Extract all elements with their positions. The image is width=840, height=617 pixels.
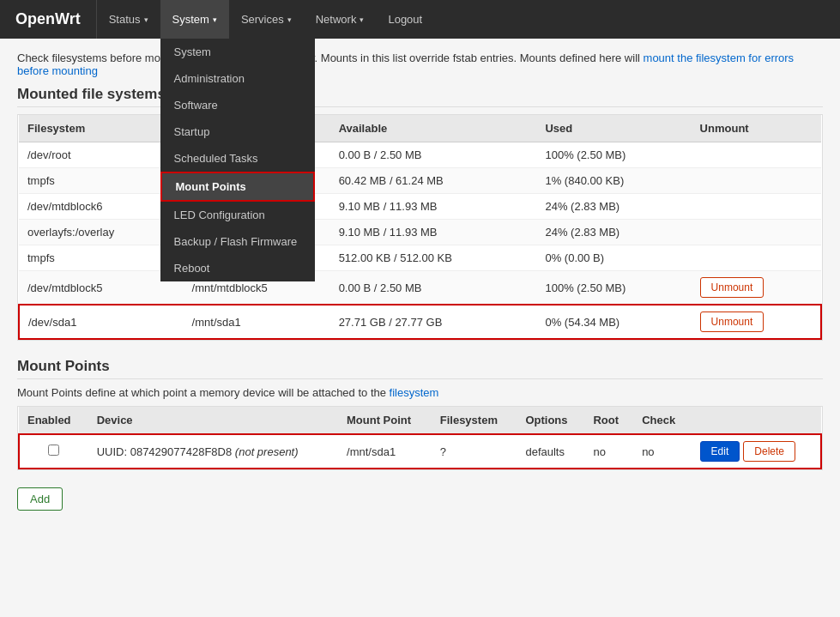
fs-cell-used: 24% (2.83 MB)	[536, 220, 691, 245]
delete-button[interactable]: Delete	[743, 441, 795, 462]
col-used: Used	[536, 115, 691, 142]
services-menu[interactable]: Services ▾	[229, 0, 304, 39]
fs-cell-used: 1% (840.00 KB)	[536, 168, 691, 194]
system-arrow-icon: ▾	[213, 15, 217, 24]
fs-cell-unmount: Unmount	[692, 271, 821, 305]
dropdown-reboot[interactable]: Reboot	[160, 255, 315, 281]
mp-cell-device: UUID: 087429077428F8D8 (not present)	[88, 434, 338, 469]
col-options: Options	[517, 407, 584, 434]
col-unmount: Unmount	[692, 115, 821, 142]
edit-button[interactable]: Edit	[700, 441, 740, 462]
nav-item-network[interactable]: Network ▾	[304, 0, 377, 39]
dropdown-startup[interactable]: Startup	[160, 118, 315, 145]
mp-cell-filesystem: ?	[432, 434, 517, 469]
fs-cell-unmount	[692, 142, 821, 168]
fs-cell-filesystem: tmpfs	[19, 245, 184, 271]
dropdown-led-configuration[interactable]: LED Configuration	[160, 202, 315, 228]
col-root: Root	[584, 407, 633, 434]
network-menu[interactable]: Network ▾	[304, 0, 377, 39]
fs-cell-filesystem: /dev/sda1	[19, 305, 184, 339]
dropdown-mount-points[interactable]: Mount Points	[160, 172, 315, 202]
fs-cell-unmount: Unmount	[692, 305, 821, 339]
mounted-fs-title: Mounted file systems	[17, 86, 823, 107]
nav-item-services[interactable]: Services ▾	[229, 0, 304, 39]
fs-cell-used: 100% (2.50 MB)	[536, 271, 691, 305]
col-actions	[692, 407, 821, 434]
fs-table-row: /dev/sda1/mnt/sda127.71 GB / 27.77 GB0% …	[19, 305, 821, 339]
fs-cell-unmount	[692, 168, 821, 194]
mp-cell-mount-point: /mnt/sda1	[338, 434, 432, 469]
nav-item-logout[interactable]: Logout	[376, 0, 434, 39]
nav-item-system[interactable]: System ▾ System Administration Software …	[160, 0, 229, 39]
dropdown-scheduled-tasks[interactable]: Scheduled Tasks	[160, 145, 315, 172]
fs-table-row: tmpfs/dev512.00 KB / 512.00 KB0% (0.00 B…	[19, 245, 821, 271]
status-menu[interactable]: Status ▾	[97, 0, 160, 39]
fs-cell-unmount	[692, 220, 821, 245]
mount-points-section: Mount Points Mount Points define at whic…	[17, 358, 823, 511]
filesystem-link[interactable]: filesystem	[390, 386, 439, 399]
mount-points-table: Enabled Device Mount Point Filesystem Op…	[18, 407, 822, 469]
fs-table-row: /dev/mtdblock5/mnt/mtdblock50.00 B / 2.5…	[19, 271, 821, 305]
info-text: Check filesystems before mounting them o…	[17, 51, 823, 77]
nav-item-status[interactable]: Status ▾	[97, 0, 160, 39]
fs-cell-filesystem: /dev/mtdblock5	[19, 271, 184, 305]
fs-cell-unmount	[692, 245, 821, 271]
dropdown-backup-flash[interactable]: Backup / Flash Firmware	[160, 228, 315, 255]
network-arrow-icon: ▾	[360, 15, 364, 24]
add-button[interactable]: Add	[17, 487, 63, 511]
fs-cell-unmount	[692, 194, 821, 220]
col-check: Check	[633, 407, 691, 434]
mp-cell-check: no	[633, 434, 691, 469]
unmount-button[interactable]: Unmount	[700, 277, 764, 298]
fs-table-row: /dev/root0.00 B / 2.50 MB100% (2.50 MB)	[19, 142, 821, 168]
fs-cell-available: 60.42 MB / 61.24 MB	[330, 168, 537, 194]
mp-cell-options: defaults	[517, 434, 584, 469]
fs-cell-used: 100% (2.50 MB)	[536, 142, 691, 168]
fs-table-row: tmpfs60.42 MB / 61.24 MB1% (840.00 KB)	[19, 168, 821, 194]
services-arrow-icon: ▾	[287, 15, 292, 24]
dropdown-system[interactable]: System	[160, 39, 315, 65]
fs-cell-mounted-on: /mnt/sda1	[184, 305, 330, 339]
mount-points-title: Mount Points	[17, 358, 823, 379]
fs-cell-filesystem: /dev/mtdblock6	[19, 194, 184, 220]
main-content: Check filesystems before mounting them o…	[0, 39, 840, 523]
brand-logo: OpenWrt	[0, 0, 97, 39]
logout-link[interactable]: Logout	[376, 0, 434, 39]
fs-cell-filesystem: overlayfs:/overlay	[19, 220, 184, 245]
fs-cell-available: 27.71 GB / 27.77 GB	[330, 305, 537, 339]
mp-cell-actions: EditDelete	[692, 434, 821, 469]
fs-cell-available: 512.00 KB / 512.00 KB	[330, 245, 537, 271]
col-device: Device	[88, 407, 338, 434]
mp-table-row: UUID: 087429077428F8D8 (not present)/mnt…	[19, 434, 821, 469]
fs-cell-available: 9.10 MB / 11.93 MB	[330, 220, 537, 245]
dropdown-software[interactable]: Software	[160, 92, 315, 118]
mp-enabled-checkbox[interactable]	[48, 445, 59, 456]
mount-desc: Mount Points define at which point a mem…	[17, 386, 823, 399]
system-menu[interactable]: System ▾	[160, 0, 229, 39]
mp-header-row: Enabled Device Mount Point Filesystem Op…	[19, 407, 821, 434]
dropdown-administration[interactable]: Administration	[160, 65, 315, 92]
fs-cell-filesystem: /dev/root	[19, 142, 184, 168]
fs-cell-used: 24% (2.83 MB)	[536, 194, 691, 220]
mount-points-table-container: Enabled Device Mount Point Filesystem Op…	[17, 406, 823, 470]
col-filesystem: Filesystem	[19, 115, 184, 142]
status-arrow-icon: ▾	[144, 15, 148, 24]
navbar: OpenWrt Status ▾ System ▾ System Adminis…	[0, 0, 840, 39]
fs-table-row: overlayfs:/overlay/9.10 MB / 11.93 MB24%…	[19, 220, 821, 245]
fs-cell-available: 0.00 B / 2.50 MB	[330, 142, 537, 168]
fs-cell-available: 9.10 MB / 11.93 MB	[330, 194, 537, 220]
mounted-fs-table: Filesystem Mounted on Available Used Unm…	[18, 115, 822, 340]
fs-cell-filesystem: tmpfs	[19, 168, 184, 194]
mp-cell-root: no	[584, 434, 633, 469]
col-available: Available	[330, 115, 537, 142]
col-filesystem-mp: Filesystem	[432, 407, 517, 434]
mounted-fs-table-container: Filesystem Mounted on Available Used Unm…	[17, 114, 823, 341]
unmount-button[interactable]: Unmount	[700, 312, 764, 332]
col-mount-point: Mount Point	[338, 407, 432, 434]
mounted-fs-header-row: Filesystem Mounted on Available Used Unm…	[19, 115, 821, 142]
fs-table-row: /dev/mtdblock6/overlay9.10 MB / 11.93 MB…	[19, 194, 821, 220]
info-link: mount the filesystem for errors before m…	[17, 51, 794, 77]
fs-cell-used: 0% (54.34 MB)	[536, 305, 691, 339]
mp-cell-enabled	[19, 434, 88, 469]
col-enabled: Enabled	[19, 407, 88, 434]
